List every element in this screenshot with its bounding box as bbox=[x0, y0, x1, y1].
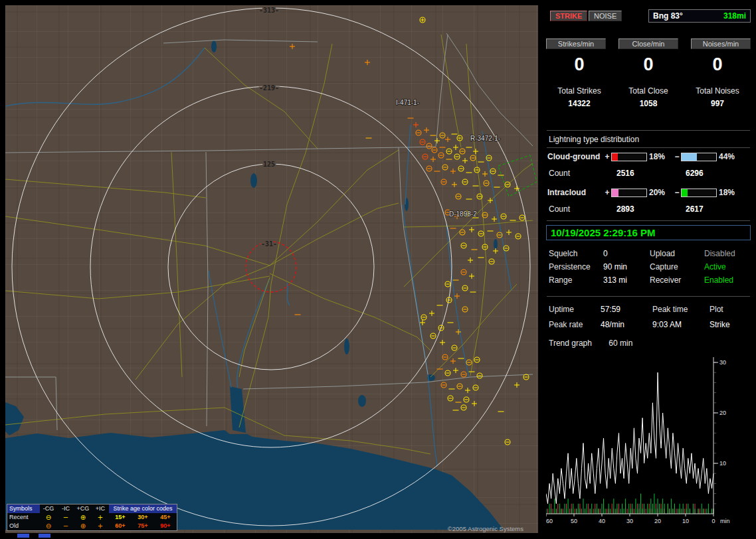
count-label: Count bbox=[549, 204, 570, 214]
plot-value: Strike bbox=[709, 320, 751, 329]
range-ring-label: -313- bbox=[259, 7, 279, 14]
total-noises-value: 997 bbox=[683, 99, 752, 108]
count-label: Count bbox=[549, 169, 570, 178]
storm-cell-label: D-1898-2 bbox=[449, 210, 477, 218]
map-legend: Symbols-CG-IC+CG+ICStrike age color code… bbox=[7, 504, 177, 531]
range-ring-label: -219- bbox=[259, 84, 279, 92]
minus-sign: − bbox=[673, 152, 681, 161]
trend-x-tick-label: 0 bbox=[711, 518, 715, 524]
strikes-per-min-value: 0 bbox=[545, 54, 614, 75]
strikes-per-min-button[interactable]: Strikes/min bbox=[546, 38, 606, 49]
trend-graph-label: Trend graph bbox=[549, 339, 592, 348]
datetime-display: 10/19/2025 2:29:16 PM bbox=[546, 225, 751, 240]
legend-col-header: +IC bbox=[92, 504, 109, 513]
legend-age-code: 30+ bbox=[132, 513, 154, 522]
totals-row: Total Strikes14322 Total Close1058 Total… bbox=[545, 86, 752, 108]
peak-time-label: Peak time bbox=[652, 305, 709, 314]
receiver-label: Receiver bbox=[650, 275, 704, 285]
capture-label: Capture bbox=[650, 262, 704, 271]
legend-col-header: +CG bbox=[74, 504, 92, 513]
range-ring-label: -31- bbox=[261, 240, 277, 248]
legend-row-name: Old bbox=[7, 522, 40, 530]
ic-negative-pct: 18% bbox=[717, 188, 743, 197]
peak-rate-value: 48/min bbox=[601, 320, 652, 329]
trend-y-tick-label: 20 bbox=[719, 410, 726, 416]
legend-symbols-header: Symbols bbox=[7, 504, 40, 513]
noise-mode-button[interactable]: NOISE bbox=[589, 11, 622, 21]
close-per-min-value: 0 bbox=[614, 54, 683, 75]
session-grid: Uptime 57:59 Peak time Plot Peak rate 48… bbox=[549, 301, 751, 332]
trend-x-tick-label: 40 bbox=[599, 518, 605, 524]
plot-label: Plot bbox=[709, 305, 751, 314]
intracloud-row: Intracloud + 20% − 18% bbox=[547, 188, 752, 197]
noises-per-min-button[interactable]: Noises/min bbox=[691, 38, 751, 49]
window-chrome-dot bbox=[17, 534, 29, 538]
ic-positive-pct: 20% bbox=[647, 188, 673, 197]
total-strikes-label: Total Strikes bbox=[545, 86, 614, 96]
peak-time-value: 9:03 AM bbox=[652, 320, 709, 329]
legend-age-code: 60+ bbox=[109, 522, 132, 530]
cg-positive-count: 2516 bbox=[616, 169, 634, 178]
legend-symbol: ⊖ bbox=[40, 513, 57, 522]
strike-mode-button[interactable]: STRIKE bbox=[550, 11, 587, 21]
plus-sign: + bbox=[603, 188, 611, 197]
range-ring-label: 125 bbox=[263, 161, 275, 168]
total-close-label: Total Close bbox=[614, 86, 683, 96]
divider bbox=[547, 296, 750, 297]
lightning-map[interactable]: -313--219-125-31- I-471-1-R-3472-1-D-189… bbox=[5, 5, 538, 533]
copyright-text: ©2005 Astrogenic Systems bbox=[448, 525, 523, 532]
window-chrome-dot bbox=[39, 534, 50, 538]
legend-symbol: − bbox=[57, 522, 74, 530]
plus-sign: + bbox=[603, 152, 611, 161]
legend-symbol: − bbox=[57, 513, 74, 522]
legend-symbol: ⊕ bbox=[74, 522, 92, 530]
persistence-label: Persistence bbox=[549, 262, 603, 271]
legend-symbol: ⊖ bbox=[40, 522, 57, 530]
trend-y-tick-label: 10 bbox=[719, 460, 726, 467]
divider bbox=[547, 147, 750, 148]
trend-x-tick-label: 30 bbox=[626, 518, 633, 524]
uptime-value: 57:59 bbox=[601, 305, 652, 314]
trend-x-tick-label: 50 bbox=[571, 518, 577, 524]
status-grid: Squelch 0 Upload Disabled Persistence 90… bbox=[549, 247, 751, 287]
ic-positive-count: 2893 bbox=[616, 204, 634, 214]
legend-col-header: -IC bbox=[57, 504, 74, 513]
upload-value: Disabled bbox=[704, 249, 751, 258]
storm-cell-label: R-3472-1- bbox=[470, 135, 500, 142]
upload-label: Upload bbox=[650, 249, 704, 258]
uptime-label: Uptime bbox=[549, 305, 601, 314]
storm-cell-label: I-471-1- bbox=[396, 99, 419, 106]
control-panel: STRIKE NOISE Bng 83° 318mi Strikes/min C… bbox=[545, 5, 752, 534]
map-canvas[interactable]: -313--219-125-31- I-471-1-R-3472-1-D-189… bbox=[5, 5, 538, 533]
range-value: 313 mi bbox=[603, 275, 650, 285]
intracloud-label: Intracloud bbox=[547, 188, 603, 197]
trend-x-tick-label: 10 bbox=[682, 518, 689, 524]
bearing-range: 318mi bbox=[723, 11, 746, 21]
total-close-value: 1058 bbox=[614, 99, 683, 108]
trend-y-tick-label: 30 bbox=[719, 359, 726, 366]
legend-row-name: Recent bbox=[7, 513, 40, 522]
noises-per-min-value: 0 bbox=[683, 54, 752, 75]
app-window: { "toolbar": {"strike": "STRIKE", "noise… bbox=[0, 0, 756, 539]
range-label: Range bbox=[549, 275, 603, 285]
minus-sign: − bbox=[673, 188, 681, 197]
ic-positive-bar bbox=[611, 189, 647, 197]
legend-symbol: + bbox=[92, 513, 109, 522]
close-per-min-button[interactable]: Close/min bbox=[618, 38, 678, 49]
trend-x-tick-label: 60 bbox=[546, 518, 553, 524]
divider bbox=[547, 220, 750, 221]
legend-symbol: ⊕ bbox=[74, 513, 92, 522]
legend-col-header: -CG bbox=[40, 504, 57, 513]
cloud-ground-row: Cloud-ground + 18% − 44% bbox=[547, 152, 752, 161]
squelch-value: 0 bbox=[603, 249, 650, 258]
persistence-value: 90 min bbox=[603, 262, 650, 271]
distribution-title: Lightning type distribution bbox=[549, 135, 639, 144]
legend-age-header: Strike age color codes bbox=[109, 504, 177, 513]
cg-positive-bar bbox=[611, 153, 647, 161]
cg-negative-bar bbox=[681, 153, 717, 161]
legend-age-code: 90+ bbox=[154, 522, 177, 530]
legend-age-code: 15+ bbox=[109, 513, 132, 522]
cloud-ground-label: Cloud-ground bbox=[547, 152, 603, 161]
ic-negative-bar bbox=[681, 189, 717, 197]
ic-negative-count: 2617 bbox=[686, 204, 704, 214]
